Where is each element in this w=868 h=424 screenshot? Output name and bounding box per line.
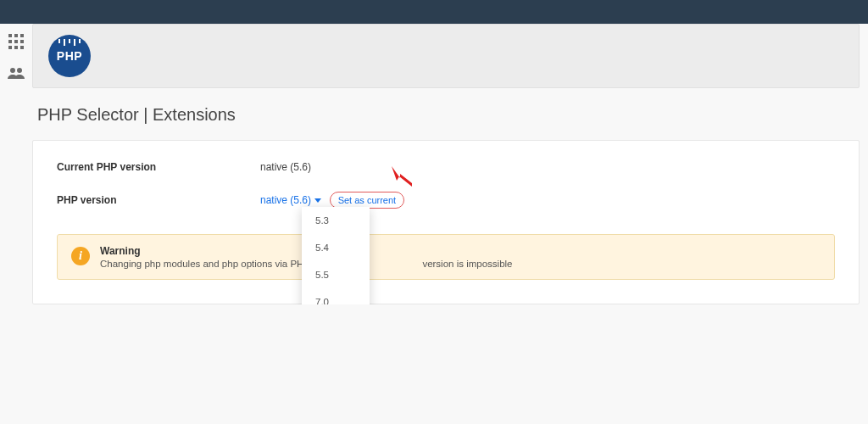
svg-rect-6 [8, 46, 12, 49]
logo-text: PHP [57, 49, 82, 63]
set-as-current-button[interactable]: Set as current [330, 192, 404, 209]
page-title: PHP Selector | Extensions [32, 88, 860, 140]
svg-rect-7 [14, 46, 18, 49]
svg-rect-2 [20, 34, 24, 37]
svg-rect-3 [8, 40, 12, 43]
warning-icon: i [71, 247, 90, 265]
svg-point-10 [17, 68, 22, 73]
current-php-version-label: Current PHP version [57, 161, 260, 173]
svg-rect-1 [14, 34, 18, 37]
warning-alert: i Warning Changing php modules and php o… [57, 234, 835, 280]
apps-grid-icon[interactable] [8, 34, 24, 52]
php-version-dropdown-selected: native (5.6) [260, 194, 311, 206]
svg-rect-5 [20, 40, 24, 43]
users-icon[interactable] [8, 67, 25, 81]
app-header: PHP [32, 24, 860, 88]
main-panel: Current PHP version native (5.6) PHP ver… [32, 140, 860, 304]
svg-rect-8 [20, 46, 24, 49]
php-version-option[interactable]: 5.4 [302, 234, 370, 261]
php-version-dropdown-menu[interactable]: 5.35.45.57.07.17.27.3 [302, 207, 370, 304]
left-icon-rail [0, 24, 32, 304]
svg-rect-0 [8, 34, 12, 37]
php-version-label: PHP version [57, 194, 260, 206]
php-version-option[interactable]: 5.5 [302, 261, 370, 288]
php-version-dropdown-trigger[interactable]: native (5.6) [260, 194, 321, 206]
svg-point-9 [10, 68, 15, 73]
php-version-option[interactable]: 5.3 [302, 207, 370, 234]
window-top-bar [0, 0, 868, 24]
svg-rect-4 [14, 40, 18, 43]
current-php-version-value: native (5.6) [260, 161, 311, 173]
php-selector-logo: PHP [48, 35, 91, 77]
caret-down-icon [314, 198, 321, 203]
php-version-option[interactable]: 7.0 [302, 288, 370, 304]
